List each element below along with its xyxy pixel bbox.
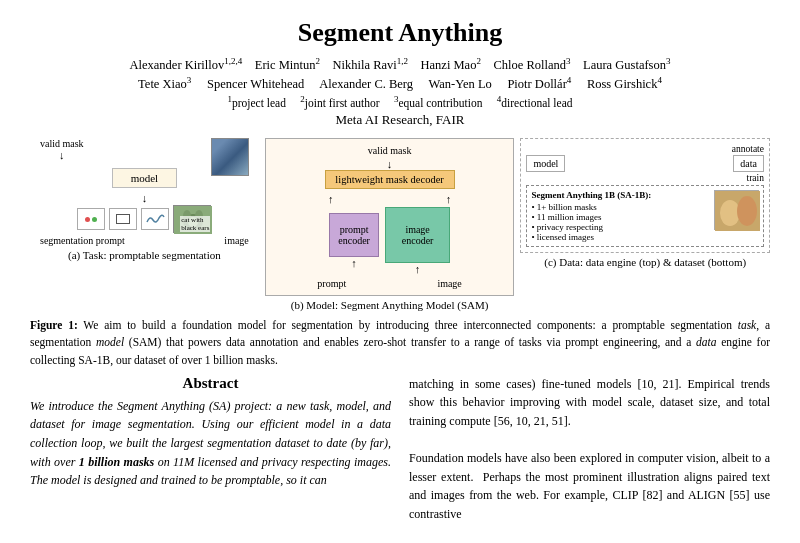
panel-b-caption: (b) Model: Segment Anything Model (SAM) xyxy=(291,299,489,311)
panel-c-box: model annotate data train Segment Anythi… xyxy=(520,138,770,253)
author-gustafson: Laura Gustafson3 xyxy=(583,58,670,72)
author-ravi: Nikhila Ravi1,2 xyxy=(333,58,408,72)
abstract-text: We introduce the Segment Anything (SA) p… xyxy=(30,397,391,490)
main-content: Abstract We introduce the Segment Anythi… xyxy=(30,375,770,524)
panel-b-prompt-label: prompt xyxy=(317,278,346,289)
prompt-encoder-box: promptencoder xyxy=(329,213,379,257)
author-girshick: Ross Girshick4 xyxy=(587,77,662,91)
page: Segment Anything Alexander Kirillov1,2,4… xyxy=(0,0,800,534)
panel-c-train-label: train xyxy=(747,173,764,183)
panel-b-valid-label: valid mask xyxy=(272,145,508,156)
body-para-1: matching in some cases) fine-tuned model… xyxy=(409,375,770,431)
authors-row-1: Alexander Kirillov1,2,4 Eric Mintun2 Nik… xyxy=(30,56,770,73)
panel-a-model-box: model xyxy=(112,168,178,188)
authors-row-2: Tete Xiao3 Spencer Whitehead Alexander C… xyxy=(30,75,770,92)
panel-a-dots-prompt xyxy=(77,208,105,230)
affiliations-row: 1project lead 2joint first author 3equal… xyxy=(30,94,770,109)
author-berg: Alexander C. Berg xyxy=(319,77,413,91)
sa1b-title: Segment Anything 1B (SA-1B): xyxy=(531,190,710,200)
author-kirillov: Alexander Kirillov1,2,4 xyxy=(130,58,243,72)
author-mintun: Eric Mintun2 xyxy=(255,58,320,72)
panel-a-valid-mask-label: valid mask xyxy=(40,138,84,149)
panel-a-image-label: image xyxy=(224,235,248,246)
sa1b-item-1: • 1+ billion masks xyxy=(531,202,710,212)
panel-c-model-box: model xyxy=(526,155,565,172)
panel-c-annotate-label: annotate xyxy=(732,144,764,154)
sa1b-item-4: • licensed images xyxy=(531,232,710,242)
figure-panel-c: model annotate data train Segment Anythi… xyxy=(520,138,770,268)
author-lo: Wan-Yen Lo xyxy=(428,77,491,91)
body-column: matching in some cases) fine-tuned model… xyxy=(409,375,770,524)
institute: Meta AI Research, FAIR xyxy=(30,112,770,128)
figure-panel-b: valid mask ↓ lightweight mask decoder ↑↑… xyxy=(265,138,515,311)
figure-panel-a: valid mask ↓ model ↓ xyxy=(30,138,259,261)
panel-c-data-box: data xyxy=(733,155,764,172)
figure-caption: Figure 1: We aim to build a foundation m… xyxy=(30,317,770,369)
panel-a-wave-prompt xyxy=(141,208,169,230)
author-xiao: Tete Xiao3 xyxy=(138,77,191,91)
panel-a-cat-image: cat withblack ears xyxy=(173,205,211,233)
body-para-2: Foundation models have also been explore… xyxy=(409,449,770,523)
author-dollar: Piotr Dollár4 xyxy=(507,77,571,91)
image-encoder-box: imageencoder xyxy=(385,207,450,263)
author-rolland: Chloe Rolland3 xyxy=(493,58,570,72)
sa1b-box: Segment Anything 1B (SA-1B): • 1+ billio… xyxy=(526,185,764,247)
title-section: Segment Anything Alexander Kirillov1,2,4… xyxy=(30,18,770,128)
paper-title: Segment Anything xyxy=(30,18,770,48)
panel-b-image-label: image xyxy=(437,278,461,289)
sa1b-item-2: • 11 million images xyxy=(531,212,710,222)
panel-a-seg-prompt-label: segmentation prompt xyxy=(40,235,125,246)
mask-decoder-box: lightweight mask decoder xyxy=(325,170,455,189)
sa1b-item-3: • privacy respecting xyxy=(531,222,710,232)
figure-section: valid mask ↓ model ↓ xyxy=(30,138,770,311)
svg-rect-8 xyxy=(715,191,760,231)
sa1b-text: Segment Anything 1B (SA-1B): • 1+ billio… xyxy=(531,190,710,242)
author-mao: Hanzi Mao2 xyxy=(421,58,481,72)
panel-c-caption: (c) Data: data engine (top) & dataset (b… xyxy=(544,256,746,268)
panel-b-box: valid mask ↓ lightweight mask decoder ↑↑… xyxy=(265,138,515,296)
abstract-title: Abstract xyxy=(30,375,391,392)
abstract-column: Abstract We introduce the Segment Anythi… xyxy=(30,375,391,524)
panel-a-caption: (a) Task: promptable segmentation xyxy=(68,249,221,261)
sa1b-image xyxy=(714,190,759,230)
author-whitehead: Spencer Whitehead xyxy=(207,77,304,91)
panel-a-rect-prompt xyxy=(109,208,137,230)
